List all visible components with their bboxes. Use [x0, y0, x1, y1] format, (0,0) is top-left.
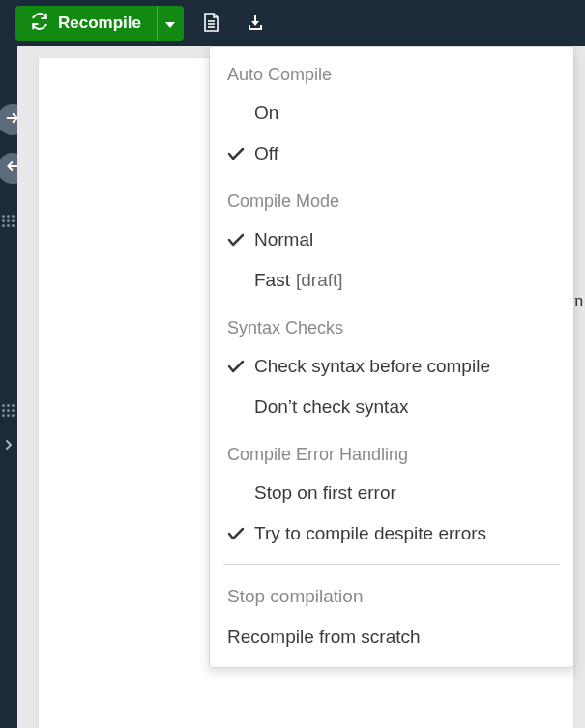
svg-rect-3: [249, 28, 262, 30]
dropdown-header-error-handling: Compile Error Handling: [210, 427, 573, 473]
download-icon: [246, 13, 265, 35]
recompile-dropdown-toggle[interactable]: [157, 6, 184, 41]
resize-handle-lower[interactable]: [2, 404, 15, 417]
dropdown-item-label: Normal: [254, 229, 313, 250]
check-icon: [227, 360, 254, 373]
dropdown-item-suffix: [draft]: [296, 270, 343, 291]
dropdown-item-label: Try to compile despite errors: [254, 523, 486, 544]
caret-down-icon: [165, 16, 175, 31]
chevron-right-icon: [5, 436, 13, 453]
dropdown-item-compile-mode-fast[interactable]: Fast [draft]: [210, 260, 573, 301]
resize-handle-upper[interactable]: [2, 215, 15, 227]
check-icon: [227, 527, 254, 540]
svg-rect-5: [260, 25, 262, 29]
toolbar: Recompile: [0, 0, 585, 46]
dropdown-item-dont-check-syntax[interactable]: Don’t check syntax: [210, 387, 573, 427]
dropdown-header-auto-compile: Auto Compile: [210, 47, 573, 93]
check-icon: [227, 233, 254, 247]
check-icon: [227, 147, 254, 160]
recompile-label: Recompile: [58, 14, 141, 33]
dropdown-header-syntax-checks: Syntax Checks: [210, 301, 573, 346]
download-button[interactable]: [238, 6, 273, 41]
dropdown-action-recompile-from-scratch[interactable]: Recompile from scratch: [210, 615, 573, 655]
svg-rect-4: [249, 25, 250, 29]
file-icon: [202, 13, 219, 35]
dropdown-item-label: Stop on first error: [254, 482, 396, 504]
dropdown-divider: [223, 564, 560, 565]
dropdown-item-label: Don’t check syntax: [254, 396, 408, 418]
background-document-text: n: [574, 290, 584, 311]
dropdown-item-label: Off: [254, 143, 278, 164]
refresh-icon: [31, 13, 48, 35]
view-logs-button[interactable]: [193, 6, 228, 41]
dropdown-item-check-syntax[interactable]: Check syntax before compile: [210, 346, 573, 387]
dropdown-item-label: Fast: [254, 270, 290, 291]
dropdown-item-stop-on-first-error[interactable]: Stop on first error: [210, 473, 573, 513]
collapse-panel-button[interactable]: [0, 433, 17, 456]
dropdown-item-compile-mode-normal[interactable]: Normal: [210, 219, 573, 260]
dropdown-item-label: On: [254, 102, 278, 124]
left-gutter: [0, 46, 17, 728]
dropdown-item-compile-despite-errors[interactable]: Try to compile despite errors: [210, 513, 573, 554]
dropdown-action-stop-compilation[interactable]: Stop compilation: [210, 574, 573, 615]
recompile-dropdown: Auto Compile On Off Compile Mode Normal …: [209, 46, 574, 668]
recompile-button[interactable]: Recompile: [15, 6, 157, 41]
dropdown-item-auto-compile-on[interactable]: On: [210, 93, 573, 133]
dropdown-header-compile-mode: Compile Mode: [210, 174, 573, 219]
dropdown-item-label: Check syntax before compile: [254, 356, 490, 377]
dropdown-item-auto-compile-off[interactable]: Off: [210, 133, 573, 174]
